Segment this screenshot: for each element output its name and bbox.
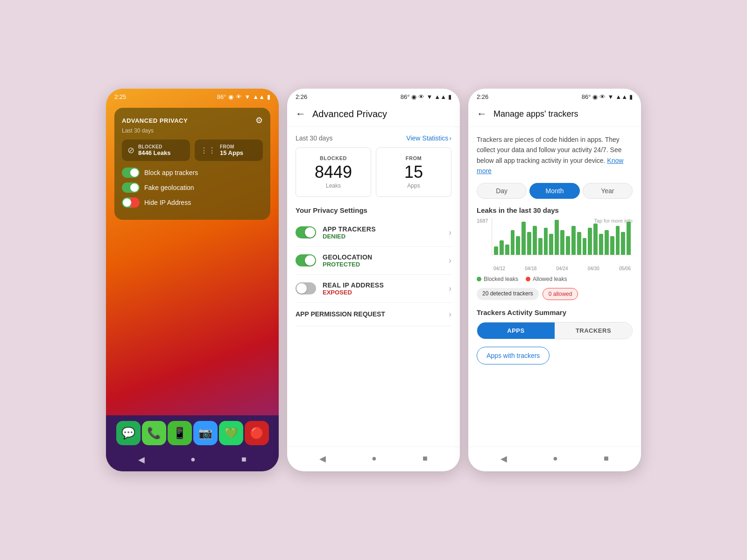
- setting-text-0: APP TRACKERS DENIED: [323, 225, 376, 240]
- chart-bar[interactable]: [599, 234, 603, 254]
- location-icon: ◉: [228, 93, 233, 100]
- app-icon-0[interactable]: 💬: [116, 421, 141, 445]
- chart-y-label: 1687: [477, 218, 488, 224]
- period-tabs: Day Month Year: [477, 183, 633, 199]
- chart-bar[interactable]: [521, 222, 526, 255]
- app-icon-5[interactable]: 🔴: [245, 421, 269, 445]
- chart-bar[interactable]: [560, 230, 564, 255]
- recents-nav-3[interactable]: ■: [604, 454, 609, 464]
- chart-bar[interactable]: [549, 234, 553, 254]
- back-nav-1[interactable]: ◀: [138, 455, 145, 465]
- chart-section-title: Leaks in the last 30 days: [477, 206, 633, 214]
- screens-container: 2:25 86° ◉ 👁 ▼ ▲▲ ▮ ADVANCED PRIVACY Las…: [106, 89, 641, 471]
- back-button-3[interactable]: ←: [477, 108, 487, 120]
- tab-month[interactable]: Month: [529, 183, 579, 199]
- toggle-hide-ip[interactable]: [122, 197, 140, 208]
- battery-icon-3: ▮: [629, 93, 633, 100]
- battery-icon-2: ▮: [448, 93, 451, 100]
- home-nav-1[interactable]: ●: [190, 455, 196, 465]
- legend-blocked: Blocked leaks: [477, 276, 518, 282]
- legend-dot-green: [477, 277, 481, 281]
- chevron-right-icon-2[interactable]: ›: [449, 284, 451, 294]
- widget-stats: BLOCKED 8446 Leaks FROM 15 Apps: [122, 140, 263, 161]
- toggle-geolocation[interactable]: [296, 254, 316, 266]
- setting-text-1: GEOLOCATION PROTECTED: [323, 253, 372, 268]
- eye-icon: 👁: [236, 93, 242, 100]
- permission-row[interactable]: APP PERMISSION REQUEST ›: [296, 303, 451, 326]
- app-icon-1[interactable]: 📞: [142, 421, 166, 445]
- chart-bar[interactable]: [533, 226, 537, 255]
- back-nav-2[interactable]: ◀: [319, 454, 326, 464]
- chart-bar[interactable]: [571, 226, 576, 255]
- chevron-right-icon-1[interactable]: ›: [449, 256, 451, 266]
- status-bar-2: 2:26 86° ◉ 👁 ▼ ▲▲ ▮: [287, 89, 460, 103]
- chart-bar[interactable]: [544, 228, 548, 254]
- toggle-app-trackers[interactable]: [296, 226, 316, 238]
- battery-icon: ▮: [267, 93, 270, 100]
- from-box-number: 15: [384, 163, 444, 182]
- screen3-header: ← Manage apps' trackers: [468, 103, 641, 127]
- toggle-label-1: Fake geolocation: [144, 184, 194, 191]
- widget-title: ADVANCED PRIVACY: [122, 117, 188, 124]
- setting-left-0: APP TRACKERS DENIED: [296, 225, 376, 240]
- chart-bar[interactable]: [566, 236, 570, 255]
- chart-bar[interactable]: [494, 246, 498, 255]
- widget: ADVANCED PRIVACY Last 30 days BLOCKED 84…: [114, 108, 270, 220]
- recents-nav-2[interactable]: ■: [423, 454, 428, 464]
- from-stat-box: FROM 15 Apps: [376, 147, 451, 197]
- chart-bar[interactable]: [505, 245, 509, 255]
- chart-legend: Blocked leaks Allowed leaks: [477, 276, 633, 282]
- tab-day[interactable]: Day: [477, 183, 527, 199]
- back-nav-3[interactable]: ◀: [500, 454, 507, 464]
- app-icon-4[interactable]: 💚: [219, 421, 243, 445]
- widget-gear-icon[interactable]: [255, 115, 263, 126]
- wifi-icon-2: ▼: [426, 93, 432, 100]
- chart-bar[interactable]: [621, 232, 625, 255]
- chart-bar[interactable]: [538, 238, 543, 254]
- home-nav-2[interactable]: ●: [372, 454, 377, 464]
- activity-tab-apps[interactable]: APPS: [477, 322, 555, 339]
- nav-buttons-1: ◀ ● ■: [115, 453, 269, 467]
- know-more-link[interactable]: Know more: [477, 157, 623, 175]
- status-bar-1: 2:25 86° ◉ 👁 ▼ ▲▲ ▮: [106, 89, 279, 103]
- chart-bar[interactable]: [555, 220, 559, 255]
- home-nav-3[interactable]: ●: [553, 454, 558, 464]
- back-button-2[interactable]: ←: [296, 108, 306, 120]
- status-time-3: 2:26: [477, 93, 488, 100]
- chart-container: Tap for more info 1687 04/12 04/18 04/24…: [477, 218, 633, 271]
- chart-bar[interactable]: [616, 226, 620, 255]
- chart-bar[interactable]: [577, 232, 581, 255]
- apps-with-trackers-button[interactable]: Apps with trackers: [477, 347, 550, 364]
- status-icons-2: 86° ◉ 👁 ▼ ▲▲ ▮: [401, 93, 451, 100]
- widget-from-stat: FROM 15 Apps: [195, 140, 263, 161]
- chart-bars: [492, 218, 633, 255]
- chart-bar[interactable]: [583, 238, 587, 254]
- activity-section-title: Trackers Activity Summary: [477, 308, 633, 316]
- chart-bar[interactable]: [511, 230, 515, 255]
- recents-nav-1[interactable]: ■: [241, 455, 247, 465]
- tab-year[interactable]: Year: [583, 183, 633, 199]
- app-icon-3[interactable]: 📷: [193, 421, 218, 445]
- chevron-right-icon-perm[interactable]: ›: [449, 309, 451, 319]
- loc-icon-3: ◉: [592, 93, 598, 100]
- activity-tab-trackers[interactable]: TRACKERS: [555, 322, 632, 339]
- period-label-2: Last 30 days: [296, 134, 332, 142]
- signal-icon: ▲▲: [253, 93, 265, 100]
- chart-bar[interactable]: [593, 224, 598, 254]
- view-stats-link[interactable]: View Statistics ›: [406, 134, 451, 142]
- app-icon-2[interactable]: 📱: [168, 421, 192, 445]
- chart-bar[interactable]: [610, 236, 614, 255]
- toggle-block-trackers[interactable]: [122, 168, 140, 178]
- screen2-phone: 2:26 86° ◉ 👁 ▼ ▲▲ ▮ ← Advanced Privacy L…: [287, 89, 460, 471]
- badge-allowed: 0 allowed: [543, 288, 578, 300]
- chart-bar[interactable]: [527, 232, 531, 255]
- toggle-fake-geo[interactable]: [122, 182, 140, 193]
- chevron-right-icon-0[interactable]: ›: [449, 228, 451, 238]
- chart-bar[interactable]: [627, 222, 631, 255]
- chart-bar[interactable]: [605, 230, 609, 255]
- chart-bar[interactable]: [588, 228, 592, 254]
- screen2-content: Last 30 days View Statistics › BLOCKED 8…: [287, 127, 460, 447]
- chart-bar[interactable]: [500, 240, 504, 255]
- chart-bar[interactable]: [516, 236, 520, 255]
- toggle-real-ip[interactable]: [296, 282, 316, 294]
